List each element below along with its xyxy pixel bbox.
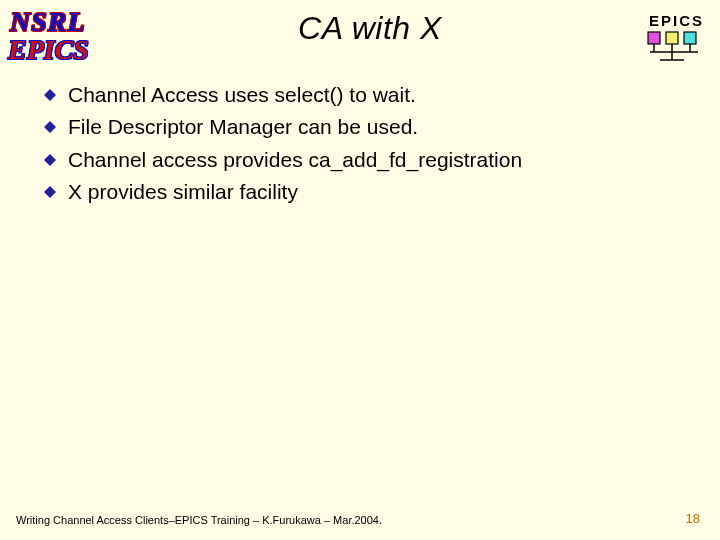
svg-marker-10 <box>44 121 56 133</box>
page-number: 18 <box>686 511 700 526</box>
list-item: File Descriptor Manager can be used. <box>44 114 680 140</box>
bullet-text: Channel access provides ca_add_fd_regist… <box>68 147 522 173</box>
slide-title: CA with X <box>160 10 580 47</box>
bullet-diamond-icon <box>44 89 56 101</box>
svg-rect-2 <box>684 32 696 44</box>
slide: NSRL EPICS CA with X EPICS Channel Acces… <box>0 0 720 540</box>
svg-marker-12 <box>44 186 56 198</box>
bullet-diamond-icon <box>44 121 56 133</box>
bullet-diamond-icon <box>44 154 56 166</box>
list-item: Channel Access uses select() to wait. <box>44 82 680 108</box>
bullet-diamond-icon <box>44 186 56 198</box>
svg-rect-1 <box>666 32 678 44</box>
svg-rect-0 <box>648 32 660 44</box>
epics-corner-label: EPICS <box>649 12 704 29</box>
bullet-text: File Descriptor Manager can be used. <box>68 114 418 140</box>
list-item: X provides similar facility <box>44 179 680 205</box>
bullet-list: Channel Access uses select() to wait. Fi… <box>44 82 680 211</box>
list-item: Channel access provides ca_add_fd_regist… <box>44 147 680 173</box>
footer-text: Writing Channel Access Clients–EPICS Tra… <box>16 514 382 526</box>
bullet-text: Channel Access uses select() to wait. <box>68 82 416 108</box>
bullet-text: X provides similar facility <box>68 179 298 205</box>
side-logo-epics: EPICS <box>8 34 89 66</box>
svg-marker-11 <box>44 154 56 166</box>
epics-logo-icon <box>646 30 702 68</box>
svg-marker-9 <box>44 89 56 101</box>
